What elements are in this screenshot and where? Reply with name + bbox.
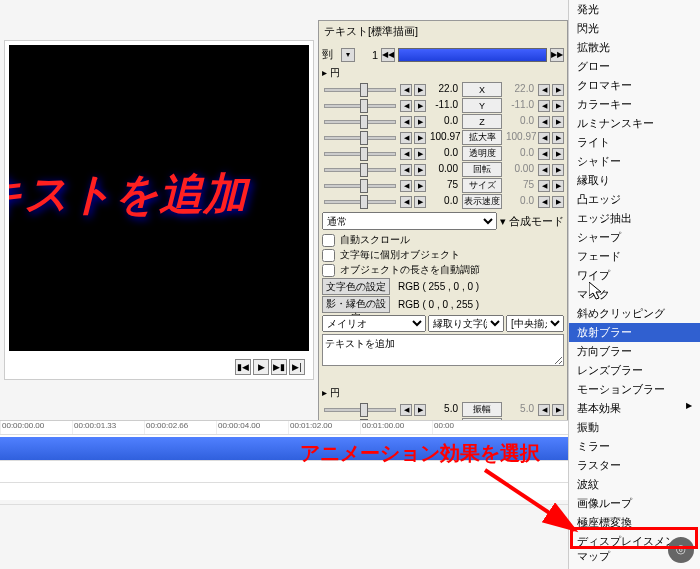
step-down[interactable]: ◀ — [400, 148, 412, 160]
param-button[interactable]: X — [462, 82, 502, 97]
step-down-r[interactable]: ◀ — [538, 116, 550, 128]
step-down[interactable]: ◀ — [400, 196, 412, 208]
step-up[interactable]: ▶ — [414, 116, 426, 128]
step-up-r[interactable]: ▶ — [552, 100, 564, 112]
menu-item[interactable]: シャープ — [569, 228, 700, 247]
step-up[interactable]: ▶ — [414, 196, 426, 208]
float-button[interactable]: ⦾ — [668, 537, 694, 563]
mode-drop[interactable]: ▾ — [500, 215, 506, 228]
perchar-checkbox[interactable] — [322, 249, 335, 262]
frame-prev[interactable]: ◀◀ — [381, 48, 395, 62]
step-down-r[interactable]: ◀ — [538, 180, 550, 192]
param-button[interactable]: サイズ — [462, 178, 502, 193]
menu-item[interactable]: シャドー — [569, 152, 700, 171]
track-2[interactable] — [0, 461, 568, 483]
autoscroll-checkbox[interactable] — [322, 234, 335, 247]
step-down[interactable]: ◀ — [400, 100, 412, 112]
slider-track[interactable] — [324, 184, 396, 188]
menu-item[interactable]: フェード — [569, 247, 700, 266]
menu-item[interactable]: ラスター — [569, 456, 700, 475]
menu-item[interactable]: ルミナンスキー — [569, 114, 700, 133]
slider-track[interactable] — [324, 104, 396, 108]
slider-track[interactable] — [324, 88, 396, 92]
step-up[interactable]: ▶ — [414, 180, 426, 192]
menu-item[interactable]: ライト — [569, 133, 700, 152]
param-button[interactable]: 透明度 — [462, 146, 502, 161]
menu-item[interactable]: グロー — [569, 57, 700, 76]
menu-item[interactable]: ワイプ — [569, 266, 700, 285]
menu-item[interactable]: 方向ブラー — [569, 342, 700, 361]
step-down-r[interactable]: ◀ — [538, 148, 550, 160]
step-up[interactable]: ▶ — [414, 404, 426, 416]
frame-next[interactable]: ▶▶ — [550, 48, 564, 62]
step-down-r[interactable]: ◀ — [538, 100, 550, 112]
step-up-r[interactable]: ▶ — [552, 132, 564, 144]
menu-item[interactable]: 拡散光 — [569, 38, 700, 57]
menu-item[interactable]: エッジ抽出 — [569, 209, 700, 228]
frame-dropdown[interactable]: ▾ — [341, 48, 355, 62]
menu-item[interactable]: カラーキー — [569, 95, 700, 114]
slider-track[interactable] — [324, 168, 396, 172]
step-down[interactable]: ◀ — [400, 84, 412, 96]
blend-mode-select[interactable]: 通常 — [322, 212, 497, 230]
slider-track[interactable] — [324, 120, 396, 124]
play-button[interactable]: ▶ — [253, 359, 269, 375]
step-up[interactable]: ▶ — [414, 132, 426, 144]
step-up-r[interactable]: ▶ — [552, 404, 564, 416]
next-button[interactable]: ▶▮ — [271, 359, 287, 375]
end-button[interactable]: ▶| — [289, 359, 305, 375]
slider-track[interactable] — [324, 152, 396, 156]
textcolor-button[interactable]: 文字色の設定 — [322, 278, 390, 295]
param-button[interactable]: 振幅 — [462, 402, 502, 417]
step-down[interactable]: ◀ — [400, 404, 412, 416]
step-down-r[interactable]: ◀ — [538, 132, 550, 144]
menu-item[interactable]: 閃光 — [569, 19, 700, 38]
step-up[interactable]: ▶ — [414, 148, 426, 160]
outline-select[interactable]: 縁取り文字(細) — [428, 315, 504, 332]
menu-item[interactable]: 縁取り — [569, 171, 700, 190]
step-down[interactable]: ◀ — [400, 180, 412, 192]
autolength-checkbox[interactable] — [322, 264, 335, 277]
menu-item[interactable]: 画像ループ — [569, 494, 700, 513]
step-up-r[interactable]: ▶ — [552, 164, 564, 176]
menu-item[interactable]: 極座標変換 — [569, 513, 700, 532]
step-up-r[interactable]: ▶ — [552, 196, 564, 208]
prev-button[interactable]: ▮◀ — [235, 359, 251, 375]
step-down-r[interactable]: ◀ — [538, 164, 550, 176]
menu-item[interactable]: ミラー — [569, 437, 700, 456]
track-3[interactable] — [0, 483, 568, 505]
step-up-r[interactable]: ▶ — [552, 148, 564, 160]
track-1[interactable] — [0, 437, 568, 461]
slider-track[interactable] — [324, 200, 396, 204]
menu-item[interactable]: クロマキー — [569, 76, 700, 95]
param-button[interactable]: Z — [462, 114, 502, 129]
step-up-r[interactable]: ▶ — [552, 84, 564, 96]
menu-item[interactable]: レンズブラー — [569, 361, 700, 380]
menu-item[interactable]: 斜めクリッピング — [569, 304, 700, 323]
step-up[interactable]: ▶ — [414, 100, 426, 112]
slider-track[interactable] — [324, 136, 396, 140]
step-down-r[interactable]: ◀ — [538, 84, 550, 96]
menu-item[interactable]: 振動 — [569, 418, 700, 437]
step-up[interactable]: ▶ — [414, 84, 426, 96]
param-button[interactable]: Y — [462, 98, 502, 113]
section2-toggle[interactable]: ▸ 円 — [322, 386, 340, 400]
param-button[interactable]: 拡大率 — [462, 130, 502, 145]
slider-track[interactable] — [324, 408, 396, 412]
step-down[interactable]: ◀ — [400, 116, 412, 128]
param-button[interactable]: 表示速度 — [462, 194, 502, 209]
param-button[interactable]: 回転 — [462, 162, 502, 177]
text-input[interactable]: テキストを追加 — [322, 334, 564, 366]
shadowcolor-button[interactable]: 影・縁色の設定 — [322, 296, 390, 313]
step-up-r[interactable]: ▶ — [552, 180, 564, 192]
menu-item[interactable]: 発光 — [569, 0, 700, 19]
step-down-r[interactable]: ◀ — [538, 404, 550, 416]
menu-item[interactable]: マスク — [569, 285, 700, 304]
menu-item[interactable]: モーションブラー — [569, 380, 700, 399]
menu-item[interactable]: 基本効果▶ — [569, 399, 700, 418]
menu-item[interactable]: 凸エッジ — [569, 190, 700, 209]
step-down-r[interactable]: ◀ — [538, 196, 550, 208]
step-down[interactable]: ◀ — [400, 164, 412, 176]
step-up[interactable]: ▶ — [414, 164, 426, 176]
step-down[interactable]: ◀ — [400, 132, 412, 144]
